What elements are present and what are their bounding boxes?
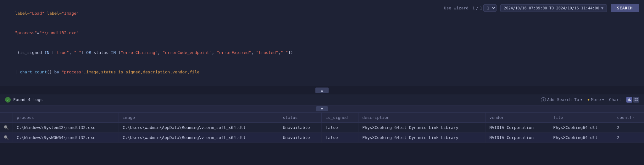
fn-chart: chart xyxy=(20,70,32,74)
svg-rect-3 xyxy=(635,98,636,99)
search-icon[interactable]: 🔍 xyxy=(4,125,9,130)
query-toolbar: Use wizard 1 / 1 1 2024/10/16 07:39:00 T… xyxy=(444,4,639,12)
fn-count: count xyxy=(35,70,47,74)
page-current: 1 xyxy=(472,6,475,10)
use-wizard-button[interactable]: Use wizard xyxy=(444,6,469,10)
date-range-text: 2024/10/16 07:39:00 TO 2024/10/16 11:44:… xyxy=(504,6,599,10)
val-dash2: "-" xyxy=(281,50,288,55)
date-dropdown-icon: ▼ xyxy=(601,6,603,10)
col-header-process[interactable]: process xyxy=(13,113,119,123)
val-process-key: "process" xyxy=(15,30,37,35)
op-c4: , xyxy=(251,50,256,55)
row-search-cell[interactable]: 🔍 xyxy=(0,122,13,132)
row-cell-6: NVIDIA Corporation xyxy=(486,132,549,142)
row-cell-5: PhysXCooking 64bit Dynamic Link Library xyxy=(358,132,486,142)
val-load: "Load" xyxy=(30,11,44,16)
row-cell-2: C:\Users\wadmin\AppData\Roaming\vierm_so… xyxy=(119,132,279,142)
op-comma1: , xyxy=(69,50,74,55)
page-sep: / xyxy=(476,6,479,10)
table-header-row: process image status is_signed descripti… xyxy=(0,113,644,123)
chart-bar-icon[interactable] xyxy=(626,97,632,103)
page-info: 1 / 1 1 xyxy=(472,4,497,12)
add-search-dropdown-icon: ▼ xyxy=(580,98,582,101)
query-line-3: -(is_signed IN ["true", "-"] OR status I… xyxy=(5,43,639,62)
row-cell-6: NVIDIA Corporation xyxy=(486,122,549,132)
svg-rect-6 xyxy=(636,100,638,101)
row-cell-8: 2 xyxy=(613,132,644,142)
table-row: 🔍C:\Windows\System32\rundll32.exeC:\User… xyxy=(0,122,644,132)
col-header-vendor[interactable]: vendor xyxy=(486,113,549,123)
val-dash1: "-" xyxy=(74,50,81,55)
search-button[interactable]: SEARCH xyxy=(611,4,639,12)
attr-label1: label= xyxy=(15,11,30,16)
row-cell-4: false xyxy=(322,132,358,142)
row-cell-5: PhysXCooking 64bit Dynamic Link Library xyxy=(358,122,486,132)
results-left: ✓ Found 4 logs xyxy=(5,97,43,103)
val-true: "true" xyxy=(54,50,69,55)
op-close: ]) xyxy=(288,50,293,55)
row-cell-4: false xyxy=(322,122,358,132)
row-cell-8: 2 xyxy=(613,122,644,132)
col-header-image[interactable]: image xyxy=(119,113,279,123)
kw-in2: IN xyxy=(111,50,116,55)
add-search-button[interactable]: + Add Search To ▼ xyxy=(541,97,582,102)
svg-rect-1 xyxy=(629,98,630,101)
expand-handle: ▼ xyxy=(0,105,644,113)
val-ec1: "errorChaining" xyxy=(121,50,158,55)
op-bracket1: [ xyxy=(49,50,54,55)
results-right: + Add Search To ▼ ★ More ▼ Chart xyxy=(541,97,639,103)
val-process-field: "process" xyxy=(62,70,84,74)
col-header-file[interactable]: file xyxy=(549,113,613,123)
plus-icon: + xyxy=(541,97,546,102)
op-bracket3: [ xyxy=(116,50,121,55)
query-editor: label="Load" label="Image" "process"="*\… xyxy=(0,0,644,86)
results-table-container: process image status is_signed descripti… xyxy=(0,113,644,143)
op-parens: () xyxy=(47,70,54,74)
col-header-description[interactable]: description xyxy=(358,113,486,123)
row-cell-3: Unavailable xyxy=(279,122,322,132)
row-cell-3: Unavailable xyxy=(279,132,322,142)
check-icon: ✓ xyxy=(5,97,11,103)
col-header-status[interactable]: status xyxy=(279,113,322,123)
row-cell-1: C:\Windows\SysWOW64\rundll32.exe xyxy=(13,132,119,142)
val-process-val: "*\rundll32.exe" xyxy=(40,30,79,35)
row-cell-7: PhysXCooking64.dll xyxy=(549,122,613,132)
val-image: "Image" xyxy=(62,11,79,16)
kw-in1: IN xyxy=(44,50,49,55)
query-line-4: | chart count() by "process",image,statu… xyxy=(5,62,639,82)
results-table: process image status is_signed descripti… xyxy=(0,113,644,143)
val-ec2: "errorCode_endpoint" xyxy=(163,50,212,55)
results-bar: ✓ Found 4 logs + Add Search To ▼ ★ More … xyxy=(0,94,644,105)
op-status: status xyxy=(91,50,111,55)
page-dropdown[interactable]: 1 xyxy=(483,4,497,12)
expand-button[interactable]: ▼ xyxy=(316,106,328,111)
kw-by: by xyxy=(54,70,59,74)
svg-rect-4 xyxy=(636,98,638,99)
op-space2 xyxy=(59,70,62,74)
attr-label2: label= xyxy=(44,11,62,16)
val-ec3: "errorExpired" xyxy=(217,50,251,55)
chart-label: Chart xyxy=(609,97,621,102)
add-search-label: Add Search To xyxy=(547,97,579,102)
more-label: More xyxy=(591,97,601,102)
date-range-selector[interactable]: 2024/10/16 07:39:00 TO 2024/10/16 11:44:… xyxy=(500,4,607,12)
col-header-is-signed[interactable]: is_signed xyxy=(322,113,358,123)
collapse-button[interactable]: ▲ xyxy=(315,88,329,93)
op-c5: , xyxy=(278,50,281,55)
row-cell-1: C:\Windows\System32\rundll32.exe xyxy=(13,122,119,132)
chart-grid-icon[interactable] xyxy=(633,97,639,103)
star-icon: ★ xyxy=(587,97,590,102)
table-row: 🔍C:\Windows\SysWOW64\rundll32.exeC:\User… xyxy=(0,132,644,142)
svg-rect-0 xyxy=(628,99,629,101)
svg-rect-2 xyxy=(630,100,631,101)
more-button[interactable]: ★ More ▼ xyxy=(587,97,604,102)
more-dropdown-icon: ▼ xyxy=(602,98,604,101)
row-cell-2: C:\Users\wadmin\AppData\Roaming\vierm_so… xyxy=(119,122,279,132)
col-header-count[interactable]: count() xyxy=(613,113,644,123)
row-cell-7: PhysXCooking64.dll xyxy=(549,132,613,142)
val-trusted: "trusted" xyxy=(256,50,278,55)
row-search-cell[interactable]: 🔍 xyxy=(0,132,13,142)
kw-or: OR xyxy=(86,50,91,55)
search-icon[interactable]: 🔍 xyxy=(4,135,9,140)
collapse-handle: ▲ xyxy=(0,86,644,94)
